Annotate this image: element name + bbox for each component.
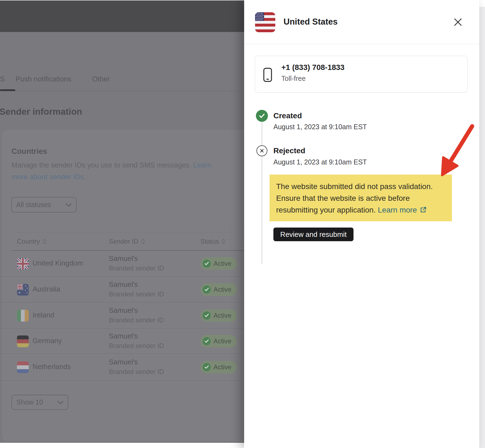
country-name: Netherlands <box>33 362 71 371</box>
learn-more-link[interactable]: Learn more <box>378 206 417 214</box>
netherlands-flag-icon <box>17 361 29 373</box>
sender-id-type: Branded sender ID <box>109 342 164 350</box>
phone-number-type: Toll-free <box>281 75 306 82</box>
tab-other[interactable]: Other <box>92 75 110 83</box>
phone-icon <box>263 67 273 83</box>
timeline-rejected-date: August 1, 2023 at 9:10am EST <box>273 158 367 166</box>
sender-id-type: Branded sender ID <box>109 316 164 324</box>
timeline-rejected-label: Rejected <box>273 146 305 155</box>
status-badge: Active <box>200 335 237 347</box>
column-header-status[interactable]: Status <box>200 238 226 245</box>
country-name: Germany <box>33 337 62 345</box>
check-icon <box>203 311 211 320</box>
dimmed-page-background: S Push notifications Other Sender inform… <box>0 0 244 448</box>
sender-id-type: Branded sender ID <box>109 264 164 272</box>
table-row[interactable]: Germany Samuel's Branded sender ID Activ… <box>0 329 244 354</box>
check-icon <box>203 260 211 268</box>
country-name: Ireland <box>33 311 54 319</box>
table-row[interactable]: Netherlands Samuel's Branded sender ID A… <box>0 354 244 381</box>
sort-icon <box>222 238 226 244</box>
header-label: Status <box>200 238 219 245</box>
timeline-created-label: Created <box>273 111 302 120</box>
status-badge: Active <box>200 309 237 322</box>
australia-flag-icon <box>17 284 29 296</box>
sender-id-name: Samuel's <box>109 306 138 315</box>
countries-description-line1: Manage the sender IDs you use to send SM… <box>11 161 211 169</box>
table-row[interactable]: Ireland Samuel's Branded sender ID Activ… <box>0 302 244 329</box>
germany-flag-icon <box>17 335 29 347</box>
check-icon <box>203 285 211 294</box>
uk-flag-icon <box>17 258 29 270</box>
sort-icon <box>141 238 145 244</box>
country-name: United Kingdom <box>33 259 83 267</box>
header-label: Sender ID <box>109 238 138 245</box>
close-button[interactable] <box>453 17 463 27</box>
rejected-x-icon <box>256 145 267 156</box>
phone-number: +1 (833) 708-1833 <box>281 63 344 72</box>
phone-number-card[interactable]: +1 (833) 708-1833 Toll-free <box>255 56 468 93</box>
status-label: Active <box>214 363 231 371</box>
status-label: Active <box>214 312 231 319</box>
status-label: Active <box>214 260 231 267</box>
sender-id-type: Branded sender ID <box>109 368 164 376</box>
status-label: Active <box>214 337 231 345</box>
tab-sms-partial[interactable]: S <box>0 75 5 83</box>
table-top-border <box>11 232 244 232</box>
page-bottom-strip <box>0 443 244 448</box>
timeline-created-date: August 1, 2023 at 9:10am EST <box>273 123 367 131</box>
external-link-icon <box>420 205 427 217</box>
sender-id-name: Samuel's <box>109 332 138 340</box>
created-check-icon <box>256 110 268 122</box>
country-detail-drawer: United States +1 (833) 708-1833 Toll-fre… <box>244 0 479 448</box>
status-badge: Active <box>200 283 237 296</box>
sort-icon <box>43 238 46 244</box>
review-and-resubmit-button[interactable]: Review and resubmit <box>273 228 353 241</box>
sender-ids-link-line2[interactable]: more about sender IDs. <box>11 173 86 181</box>
check-icon <box>203 363 211 371</box>
drawer-header-divider <box>244 44 479 44</box>
table-row[interactable]: Australia Samuel's Branded sender ID Act… <box>0 277 244 302</box>
page-size-value: Show 10 <box>16 398 43 406</box>
page-size-select[interactable]: Show 10 <box>11 395 68 410</box>
rejection-message-line3: resubmitting your application. Learn mor… <box>276 204 445 217</box>
rejection-message-line1: The website submitted did not pass valid… <box>276 181 445 192</box>
us-flag-icon <box>255 12 275 32</box>
check-icon <box>203 337 211 345</box>
page-title: Sender information <box>0 107 82 117</box>
sender-id-name: Samuel's <box>109 254 138 263</box>
sender-id-name: Samuel's <box>109 358 138 366</box>
app-top-bar <box>0 1 244 32</box>
drawer-title: United States <box>284 17 338 27</box>
table-row[interactable]: United Kingdom Samuel's Branded sender I… <box>0 250 244 277</box>
sender-id-name: Samuel's <box>109 280 138 289</box>
column-header-country[interactable]: Country <box>17 238 46 245</box>
chevron-down-icon <box>66 201 72 209</box>
status-filter-value: All statuses <box>16 201 51 209</box>
timeline-connector <box>262 122 262 264</box>
tabs-divider <box>0 91 244 91</box>
tab-push-notifications[interactable]: Push notifications <box>16 75 71 83</box>
status-filter-select[interactable]: All statuses <box>11 197 77 213</box>
description-text: Manage the sender IDs you use to send SM… <box>11 161 193 169</box>
country-name: Australia <box>33 285 60 293</box>
status-label: Active <box>214 286 231 293</box>
header-label: Country <box>17 238 40 245</box>
status-badge: Active <box>200 257 237 270</box>
column-header-sender-id[interactable]: Sender ID <box>109 238 145 245</box>
ireland-flag-icon <box>17 310 29 322</box>
countries-section-title: Countries <box>11 147 47 156</box>
chevron-down-icon <box>57 398 63 406</box>
screenshot-canvas: S Push notifications Other Sender inform… <box>0 0 485 448</box>
rejection-reason-highlight: The website submitted did not pass valid… <box>270 175 452 221</box>
rejection-message-line2: Ensure that the website is active before <box>276 192 445 204</box>
page-background-gutter <box>479 7 485 448</box>
sender-ids-link[interactable]: Learn <box>193 161 212 169</box>
sender-id-type: Branded sender ID <box>109 290 164 298</box>
close-icon <box>454 18 462 26</box>
status-badge: Active <box>200 361 237 373</box>
rejection-message-text: resubmitting your application. <box>276 206 378 214</box>
